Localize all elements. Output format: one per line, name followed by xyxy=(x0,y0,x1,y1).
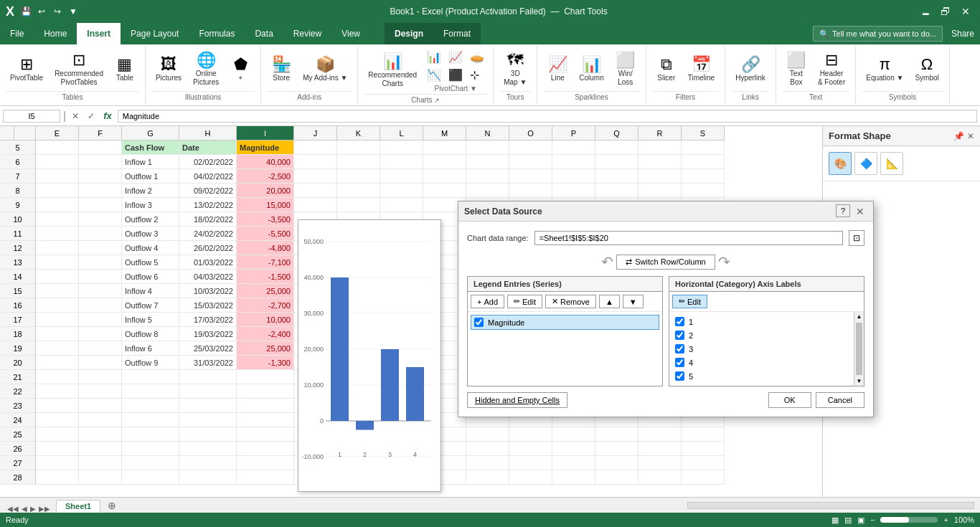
grid-cell[interactable] xyxy=(552,184,595,198)
grid-cell[interactable] xyxy=(595,427,639,442)
grid-cell[interactable] xyxy=(509,141,552,155)
grid-cell[interactable] xyxy=(552,456,595,470)
row-number[interactable]: 14 xyxy=(0,270,36,284)
grid-cell[interactable]: -7,100 xyxy=(237,255,294,270)
scatter-chart-button[interactable]: ⊹ xyxy=(467,67,482,83)
view-normal-icon[interactable]: ▦ xyxy=(831,516,839,525)
horizontal-scrollbar[interactable] xyxy=(687,502,974,509)
grid-cell[interactable] xyxy=(294,442,337,456)
col-header-J[interactable]: J xyxy=(294,126,337,141)
grid-cell[interactable]: 02/02/2022 xyxy=(179,155,237,169)
legend-series-checkbox[interactable] xyxy=(474,318,484,327)
col-header-H[interactable]: H xyxy=(179,126,237,141)
grid-cell[interactable] xyxy=(466,456,509,470)
axis-checkbox-1[interactable] xyxy=(675,317,684,326)
grid-cell[interactable] xyxy=(237,456,294,470)
grid-cell[interactable] xyxy=(294,270,337,284)
grid-cell[interactable] xyxy=(639,155,682,169)
grid-cell[interactable] xyxy=(682,470,725,485)
slicer-button[interactable]: ⧉ Slicer xyxy=(652,54,681,85)
share-button[interactable]: Share xyxy=(946,23,980,44)
grid-cell[interactable] xyxy=(79,456,122,470)
grid-cell[interactable]: Inflow 2 xyxy=(122,184,179,198)
grid-cell[interactable] xyxy=(179,442,237,456)
grid-cell[interactable] xyxy=(79,184,122,198)
grid-cell[interactable] xyxy=(380,284,423,298)
chart-range-collapse-button[interactable]: ⊡ xyxy=(849,230,864,246)
col-header-P[interactable]: P xyxy=(552,126,595,141)
tab-view[interactable]: View xyxy=(331,23,370,44)
grid-cell[interactable] xyxy=(595,141,639,155)
row-number[interactable]: 24 xyxy=(0,413,36,427)
zoom-plus-button[interactable]: + xyxy=(943,516,948,524)
grid-cell[interactable] xyxy=(79,427,122,442)
grid-cell[interactable] xyxy=(337,442,380,456)
grid-cell[interactable] xyxy=(36,198,79,212)
grid-cell[interactable] xyxy=(552,169,595,184)
dialog-help-button[interactable]: ? xyxy=(836,204,850,217)
legend-series-magnitude[interactable]: Magnitude xyxy=(471,315,659,330)
row-number[interactable]: 19 xyxy=(0,341,36,356)
grid-cell[interactable] xyxy=(36,284,79,298)
grid-cell[interactable] xyxy=(380,141,423,155)
grid-cell[interactable] xyxy=(337,212,380,227)
col-header-F[interactable]: F xyxy=(79,126,122,141)
chart-data-range-input[interactable] xyxy=(534,231,843,245)
grid-cell[interactable] xyxy=(595,155,639,169)
grid-cell[interactable]: Outflow 7 xyxy=(122,298,179,313)
grid-cell[interactable] xyxy=(36,413,79,427)
grid-cell[interactable] xyxy=(466,442,509,456)
grid-cell[interactable] xyxy=(294,169,337,184)
col-header-O[interactable]: O xyxy=(509,126,552,141)
row-number[interactable]: 10 xyxy=(0,212,36,227)
row-number[interactable]: 27 xyxy=(0,456,36,470)
grid-cell[interactable] xyxy=(294,198,337,212)
grid-cell[interactable] xyxy=(294,427,337,442)
grid-cell[interactable]: Inflow 6 xyxy=(122,341,179,356)
grid-cell[interactable] xyxy=(122,456,179,470)
grid-cell[interactable]: 19/03/2022 xyxy=(179,327,237,341)
select-data-source-dialog[interactable]: Select Data Source ? ✕ Chart data range:… xyxy=(458,201,874,417)
3d-map-button[interactable]: 🗺 3DMap ▼ xyxy=(499,49,531,90)
grid-cell[interactable] xyxy=(552,155,595,169)
grid-cell[interactable] xyxy=(337,313,380,327)
grid-cell[interactable] xyxy=(337,184,380,198)
grid-cell[interactable] xyxy=(682,141,725,155)
grid-cell[interactable]: Inflow 1 xyxy=(122,155,179,169)
grid-cell[interactable] xyxy=(79,470,122,485)
grid-cell[interactable] xyxy=(380,155,423,169)
pivot-table-button[interactable]: ⊞ PivotTable xyxy=(6,54,47,85)
grid-cell[interactable] xyxy=(639,442,682,456)
grid-cell[interactable]: -2,400 xyxy=(237,327,294,341)
grid-cell[interactable] xyxy=(509,442,552,456)
grid-cell[interactable] xyxy=(237,413,294,427)
grid-cell[interactable]: Date xyxy=(179,141,237,155)
grid-cell[interactable] xyxy=(79,298,122,313)
grid-cell[interactable] xyxy=(337,413,380,427)
grid-cell[interactable] xyxy=(337,370,380,384)
grid-cell[interactable] xyxy=(122,413,179,427)
sparkline-line-button[interactable]: 📈 Line xyxy=(543,54,572,85)
grid-cell[interactable] xyxy=(36,470,79,485)
grid-cell[interactable] xyxy=(380,313,423,327)
col-header-L[interactable]: L xyxy=(380,126,423,141)
cancel-formula-icon[interactable]: ✕ xyxy=(69,110,82,123)
grid-cell[interactable] xyxy=(337,270,380,284)
grid-cell[interactable] xyxy=(423,427,466,442)
grid-cell[interactable]: Outflow 4 xyxy=(122,241,179,255)
row-number[interactable]: 22 xyxy=(0,384,36,399)
grid-cell[interactable] xyxy=(423,169,466,184)
axis-checkbox-4[interactable] xyxy=(675,358,684,367)
grid-cell[interactable] xyxy=(36,370,79,384)
grid-cell[interactable]: 25/03/2022 xyxy=(179,341,237,356)
grid-cell[interactable]: 24/02/2022 xyxy=(179,227,237,241)
tab-page-layout[interactable]: Page Layout xyxy=(121,23,189,44)
row-number[interactable]: 20 xyxy=(0,356,36,370)
col-header-G[interactable]: G xyxy=(122,126,179,141)
row-number[interactable]: 15 xyxy=(0,284,36,298)
grid-cell[interactable]: 15,000 xyxy=(237,198,294,212)
grid-cell[interactable] xyxy=(466,184,509,198)
grid-cell[interactable] xyxy=(79,413,122,427)
grid-cell[interactable] xyxy=(380,427,423,442)
grid-cell[interactable] xyxy=(380,370,423,384)
